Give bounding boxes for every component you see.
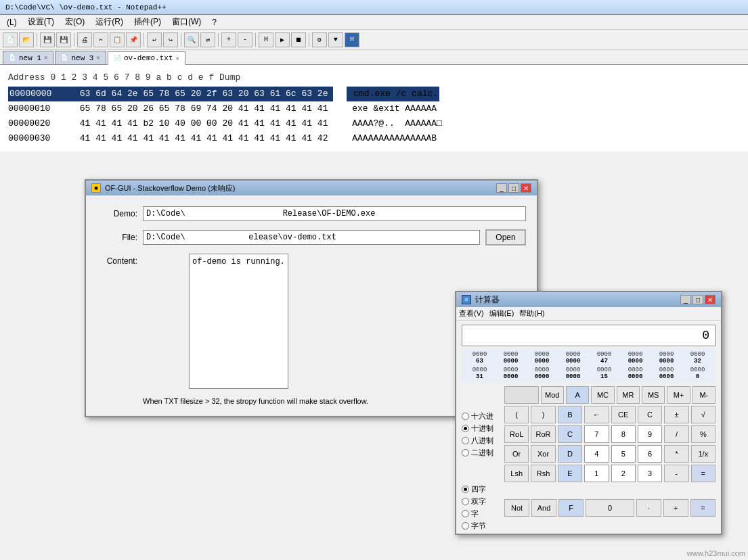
tab-new1[interactable]: 📄 new 1 ✕	[3, 51, 53, 64]
btn-Rsh[interactable]: Rsh	[531, 465, 555, 482]
tb-plugin1[interactable]: ⚙	[312, 32, 327, 47]
btn-sqrt[interactable]: √	[691, 406, 716, 423]
btn-Xor[interactable]: Xor	[531, 445, 555, 463]
demo-input[interactable]	[143, 206, 526, 221]
radio-oct[interactable]: 八进制	[462, 436, 502, 446]
tb-zoom-out[interactable]: -	[238, 32, 252, 47]
btn-3[interactable]: 3	[638, 465, 662, 482]
tb-save-all[interactable]: 💾	[56, 32, 71, 47]
radio-dec[interactable]: 十进制	[462, 423, 502, 434]
tb-save[interactable]: 💾	[40, 32, 55, 47]
tb-zoom-in[interactable]: +	[221, 32, 236, 47]
menu-l[interactable]: (L)	[3, 16, 21, 28]
btn-equals[interactable]: =	[690, 499, 716, 517]
btn-minus[interactable]: -	[664, 465, 688, 482]
tb-paste[interactable]: 📌	[126, 32, 141, 47]
btn-CE[interactable]: CE	[611, 406, 636, 423]
tb-highlight[interactable]: H	[345, 32, 359, 47]
btn-E[interactable]: E	[558, 465, 582, 482]
btn-2[interactable]: 2	[611, 465, 636, 482]
btn-Lsh[interactable]: Lsh	[504, 465, 529, 482]
btn-Or[interactable]: Or	[504, 445, 529, 463]
tb-replace[interactable]: ⇄	[200, 32, 215, 47]
calc-menu-help[interactable]: 帮助(H)	[519, 308, 544, 319]
btn-mul[interactable]: *	[664, 445, 688, 463]
btn-5[interactable]: 5	[611, 445, 636, 463]
tb-print[interactable]: 🖨	[77, 32, 92, 47]
tab-close-new3[interactable]: ✕	[96, 54, 100, 62]
tb-hex[interactable]: H	[259, 32, 273, 47]
of-dialog-minimize[interactable]: _	[496, 183, 507, 193]
radio-qword[interactable]: 四字	[462, 484, 502, 494]
calc-maximize[interactable]: □	[692, 295, 703, 304]
btn-0[interactable]: 0	[586, 499, 634, 517]
btn-7[interactable]: 7	[584, 425, 609, 443]
menu-plugins[interactable]: 插件(P)	[130, 15, 165, 29]
btn-9[interactable]: 9	[638, 425, 662, 443]
btn-dot[interactable]: ·	[636, 499, 661, 517]
of-dialog-close[interactable]: ✕	[521, 183, 531, 193]
btn-Not[interactable]: Not	[504, 499, 529, 517]
btn-RoL[interactable]: RoL	[504, 425, 529, 443]
btn-Mminus[interactable]: M-	[692, 386, 716, 404]
btn-lparen[interactable]: (	[504, 406, 529, 423]
radio-bin[interactable]: 二进制	[462, 448, 502, 458]
tb-plugin2[interactable]: ♥	[328, 32, 343, 47]
btn-backspace[interactable]: ←	[584, 406, 609, 423]
btn-B[interactable]: B	[558, 406, 582, 423]
btn-plus[interactable]: +	[663, 499, 688, 517]
btn-F[interactable]: F	[558, 499, 584, 517]
file-input[interactable]	[143, 230, 480, 245]
btn-A[interactable]: A	[566, 386, 589, 404]
tb-run[interactable]: ▶	[275, 32, 290, 47]
of-dialog-maximize[interactable]: □	[508, 183, 519, 193]
tb-open[interactable]: 📂	[19, 32, 34, 47]
btn-6[interactable]: 6	[638, 445, 662, 463]
btn-Mplus[interactable]: M+	[667, 386, 690, 404]
calc-menu-view[interactable]: 查看(V)	[459, 308, 484, 319]
menu-help[interactable]: ?	[208, 16, 221, 28]
radio-byte[interactable]: 字节	[462, 521, 502, 531]
tb-find[interactable]: 🔍	[184, 32, 199, 47]
menu-macro[interactable]: 宏(O)	[61, 15, 89, 29]
calc-minimize[interactable]: _	[680, 295, 691, 304]
btn-MS[interactable]: MS	[642, 386, 665, 404]
calc-close[interactable]: ✕	[705, 295, 716, 304]
open-button[interactable]: Open	[485, 229, 526, 246]
btn-MR[interactable]: MR	[617, 386, 640, 404]
btn-pct[interactable]: %	[691, 425, 716, 443]
radio-wordsize: 四字 双字 字 字节	[462, 484, 502, 531]
btn-plusminus[interactable]: ±	[664, 406, 688, 423]
btn-C-hex[interactable]: C	[558, 425, 582, 443]
tab-close-new1[interactable]: ✕	[44, 54, 47, 62]
btn-C[interactable]: C	[638, 406, 662, 423]
btn-equals-right[interactable]: =	[691, 465, 716, 482]
tab-ovdemo[interactable]: 📄 ov-demo.txt ✕	[108, 51, 185, 65]
btn-And[interactable]: And	[531, 499, 556, 517]
tb-cut[interactable]: ✂	[93, 32, 108, 47]
tab-close-ovdemo[interactable]: ✕	[176, 55, 179, 62]
btn-mod[interactable]: Mod	[541, 386, 564, 404]
calc-menu-edit[interactable]: 编辑(E)	[489, 308, 514, 319]
btn-rparen[interactable]: )	[531, 406, 555, 423]
btn-8[interactable]: 8	[611, 425, 636, 443]
tb-new[interactable]: 📄	[3, 32, 18, 47]
btn-1[interactable]: 1	[584, 465, 609, 482]
radio-word[interactable]: 字	[462, 509, 502, 519]
tb-undo[interactable]: ↩	[147, 32, 162, 47]
btn-D[interactable]: D	[558, 445, 582, 463]
btn-recip[interactable]: 1/x	[691, 445, 716, 463]
tb-copy[interactable]: 📋	[110, 32, 125, 47]
menu-window[interactable]: 窗口(W)	[168, 15, 205, 29]
btn-MC[interactable]: MC	[591, 386, 614, 404]
btn-div[interactable]: /	[664, 425, 688, 443]
menu-run[interactable]: 运行(R)	[91, 15, 127, 29]
tb-stop[interactable]: ⏹	[291, 32, 306, 47]
btn-4[interactable]: 4	[584, 445, 609, 463]
tb-redo[interactable]: ↪	[163, 32, 178, 47]
radio-hex[interactable]: 十六进	[462, 411, 502, 421]
btn-RoR[interactable]: RoR	[531, 425, 555, 443]
radio-dword[interactable]: 双字	[462, 496, 502, 507]
tab-new3[interactable]: 📄 new 3 ✕	[55, 51, 106, 64]
menu-settings[interactable]: 设置(T)	[24, 15, 58, 29]
